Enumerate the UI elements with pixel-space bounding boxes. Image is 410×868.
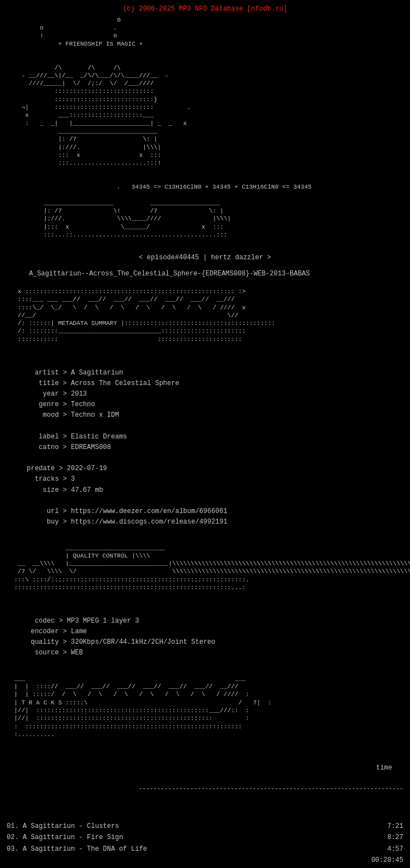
episode-line: < episode#40445 | hertz dazzler >: [7, 253, 403, 263]
notes-banner: ......: x :> ::::___ ___ ___// ___// ___…: [7, 866, 403, 868]
url-label: url: [47, 507, 59, 515]
encoder-value: Lame: [71, 628, 87, 635]
size-value: 47.67 mb: [71, 486, 103, 494]
year-value: 2013: [71, 390, 87, 398]
predate-value: 2022-07-19: [67, 465, 107, 472]
source-value: WEB: [71, 649, 83, 657]
total-time: 00:20:45: [371, 856, 403, 864]
label-value: Elastic Dreams: [71, 433, 127, 441]
quality-banner: ___________________________ | QUALITY CO…: [7, 544, 403, 600]
track-03: 03. A Sagittariun - The DNA of Life: [7, 844, 147, 855]
copyright-text: (c) 2006-2025 MP3 NFO Database [nfodb.ru…: [123, 5, 287, 13]
buy-label: buy: [47, 518, 59, 526]
tracks-separator: ----------------------------------------…: [7, 784, 403, 794]
tracks-section-title: T R A C K S: [21, 699, 62, 706]
mood-label: mood: [43, 411, 59, 419]
metadata-section-title: METADATA SUMMARY: [58, 320, 117, 327]
artist-value: A Sagittariun: [71, 369, 123, 377]
copyright-line: (c) 2006-2025 MP3 NFO Database [nfodb.ru…: [7, 4, 403, 14]
track-03-time: 4:57: [387, 844, 403, 855]
friendship-text: + FRIENDSHIP IS MAGIC +: [58, 41, 143, 47]
genre-label: genre: [39, 401, 59, 408]
genre-value: Techno: [71, 401, 95, 408]
tracks-count-label: tracks: [35, 475, 58, 483]
track-01: 01. A Sagittariun - Clusters: [7, 821, 119, 832]
release-name-text: A_Sagittariun--Across_The_Celestial_Sphe…: [29, 270, 310, 278]
table-row: 01. A Sagittariun - Clusters 7:21: [7, 821, 403, 832]
catno-value: EDREAMS008: [71, 443, 111, 451]
quality-content: codec > MP3 MPEG 1 layer 3 encoder > Lam…: [7, 605, 403, 669]
buy-value: https://www.discogs.com/release/4992191: [71, 518, 227, 526]
ascii-art-top: 0 o . ! o + FRIENDSHIP IS MAGIC + /\ /\ …: [7, 16, 403, 175]
ascii-art-divider1: ___________________ ___________________ …: [7, 199, 403, 247]
table-row: 03. A Sagittariun - The DNA of Life 4:57: [7, 844, 403, 855]
label-label: label: [39, 433, 59, 441]
total-time-row: 00:20:45: [7, 855, 403, 866]
track-01-time: 7:21: [387, 821, 403, 832]
codec-value: MP3 MPEG 1 layer 3: [67, 617, 139, 625]
catno-label: catno: [39, 443, 59, 451]
size-label: size: [43, 486, 59, 494]
quality-section-title: QUALITY CONTROL: [73, 553, 128, 559]
tracks-content: time -----------------------------------…: [7, 752, 403, 815]
predate-label: predate: [27, 465, 55, 472]
track-02: 02. A Sagittariun - Fire Sign: [7, 832, 123, 843]
metadata-content: artist > A Sagittariun title > Across Th…: [7, 357, 403, 538]
episode-text: < episode#40445 | hertz dazzler >: [139, 254, 271, 262]
codec-label: codec: [35, 617, 55, 625]
time-header: time: [7, 763, 403, 773]
tracks-banner: ___ ___ | | ::::// ___// ___// ___// ___…: [7, 675, 403, 747]
artist-label: artist: [35, 369, 58, 377]
track-02-time: 8:27: [387, 832, 403, 843]
mood-value: Techno x IDM: [71, 411, 119, 419]
title-label: title: [39, 379, 59, 387]
year-label: year: [43, 390, 59, 398]
page-container: (c) 2006-2025 MP3 NFO Database [nfodb.ru…: [7, 4, 403, 868]
tracks-count-value: 3: [71, 475, 75, 483]
metadata-banner: x ::::::::::::::::::::::::::::::::::::::…: [7, 288, 403, 351]
title-value: Across The Celestial Sphere: [71, 379, 179, 387]
quality-value: 320Kbps/CBR/44.1kHz/2CH/Joint Stereo: [71, 638, 215, 646]
table-row: 02. A Sagittariun - Fire Sign 8:27: [7, 832, 403, 843]
encoder-label: encoder: [31, 628, 58, 635]
chemical-formula: . 34345 => C13H16ClN0 + 34345 + C13H16Cl…: [7, 175, 403, 199]
source-label: source: [35, 649, 58, 657]
release-name: A_Sagittariun--Across_The_Celestial_Sphe…: [29, 269, 403, 279]
track-list: 01. A Sagittariun - Clusters 7:21 02. A …: [7, 821, 403, 866]
quality-label-text: quality: [31, 638, 58, 646]
url-value: https://www.deezer.com/en/album/6966061: [71, 507, 227, 515]
